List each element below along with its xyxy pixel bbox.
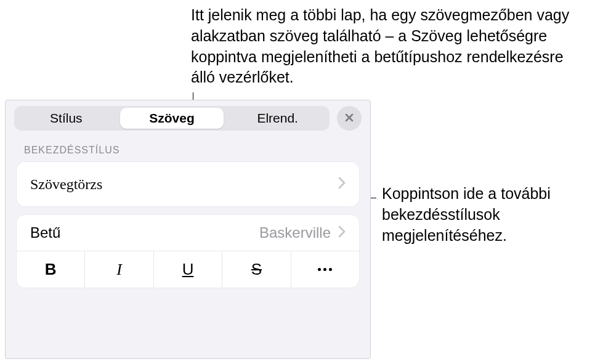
tab-style[interactable]: Stílus: [14, 106, 118, 131]
font-row[interactable]: Betű Baskerville: [17, 215, 359, 251]
tab-text[interactable]: Szöveg: [120, 108, 224, 129]
bold-button[interactable]: B: [17, 251, 85, 288]
close-button[interactable]: [337, 106, 362, 131]
chevron-right-icon: [338, 225, 346, 240]
more-icon: [318, 268, 332, 271]
font-label: Betű: [30, 224, 60, 241]
strikethrough-button[interactable]: S: [222, 251, 291, 288]
text-style-row: B I U S: [17, 251, 359, 288]
callout-right: Koppintson ide a további bekezdésstíluso…: [382, 184, 591, 246]
paragraph-style-row[interactable]: Szövegtörzs: [17, 162, 359, 206]
paragraph-style-card: Szövegtörzs: [17, 162, 359, 206]
close-icon: [344, 110, 354, 126]
format-panel: Stílus Szöveg Elrend. BEKEZDÉSSTÍLUS Szö…: [5, 100, 371, 359]
tab-arrange[interactable]: Elrend.: [225, 106, 330, 131]
panel-header: Stílus Szöveg Elrend.: [6, 100, 370, 136]
underline-button[interactable]: U: [154, 251, 222, 288]
italic-button[interactable]: I: [85, 251, 153, 288]
chevron-right-icon: [338, 177, 346, 192]
more-styles-button[interactable]: [291, 251, 359, 288]
font-value: Baskerville: [259, 224, 331, 241]
paragraph-style-value: Szövegtörzs: [30, 176, 102, 193]
segmented-control: Stílus Szöveg Elrend.: [14, 106, 330, 131]
section-paragraph-style-label: BEKEZDÉSSTÍLUS: [6, 136, 370, 162]
callout-top: Itt jelenik meg a többi lap, ha egy szöv…: [191, 5, 591, 88]
font-card: Betű Baskerville B I U S: [17, 215, 359, 288]
